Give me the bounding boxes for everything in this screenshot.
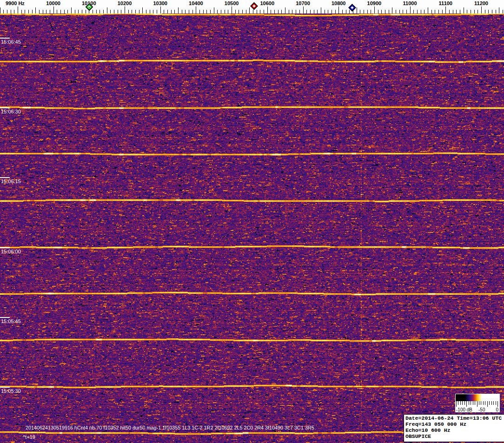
svg-text:9900 Hz: 9900 Hz (6, 0, 25, 6)
svg-text:11100: 11100 (439, 0, 452, 6)
svg-text:11000: 11000 (403, 0, 417, 6)
svg-text:10500: 10500 (225, 0, 239, 6)
svg-text:10300: 10300 (153, 0, 167, 6)
svg-text:10400: 10400 (189, 0, 203, 6)
svg-text:10200: 10200 (118, 0, 132, 6)
svg-text:11200: 11200 (474, 0, 488, 6)
svg-text:10700: 10700 (296, 0, 310, 6)
svg-text:10000: 10000 (46, 0, 60, 6)
svg-text:10800: 10800 (332, 0, 346, 6)
svg-text:10600: 10600 (260, 0, 275, 6)
svg-text:10900: 10900 (367, 0, 382, 6)
